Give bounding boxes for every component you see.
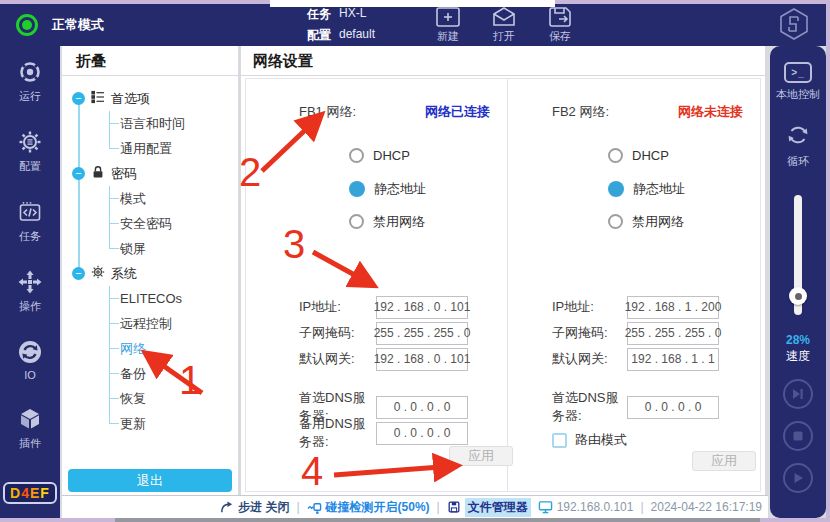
slider-handle[interactable] [789,287,807,305]
nav-item-operate[interactable]: 操作 [18,270,42,314]
fb2-apply-button[interactable]: 应用 [692,451,756,471]
secondary-dns-label: 备用DNS服务器: [299,415,376,451]
tree-group-system[interactable]: − 系统 [62,261,238,286]
ip-address-label: IP地址: [552,298,627,316]
tree-item-remote-control[interactable]: 远程控制 [62,311,238,336]
fb2-gateway-input[interactable]: 192 . 168 . 1 . 1 [627,348,719,371]
route-mode-label: 路由模式 [575,431,627,449]
step-status[interactable]: 步进 关闭 [219,499,289,516]
collapse-minus-icon[interactable]: − [72,92,85,105]
fb1-secondary-dns-input[interactable]: 0 . 0 . 0 . 0 [376,422,468,445]
nav-item-task[interactable]: 任务 [18,200,42,244]
nav-item-config[interactable]: 配置 [18,130,42,174]
loop-icon [785,122,811,150]
skip-icon [791,387,805,401]
config-label: 配置 [307,27,331,44]
tree-item-elitecos[interactable]: ELITECOs [62,286,238,311]
radio-icon[interactable] [349,148,364,163]
tree-item-update[interactable]: 更新 [62,411,238,436]
radio-label: DHCP [632,148,669,163]
nav-item-io[interactable]: IO [18,340,42,381]
fb2-radio-dhcp[interactable]: DHCP [608,139,760,172]
tree-group-label: 密码 [111,165,137,183]
controller-ip: 192.168.0.101 [557,500,634,514]
new-file-icon [435,6,461,28]
fb1-radio-static[interactable]: 静态地址 [349,172,507,205]
nav-item-plugin[interactable]: 插件 [18,407,42,451]
tree-collapse-header[interactable]: 折叠 [62,46,238,76]
radio-label: 静态地址 [374,180,426,198]
file-manager-icon [447,500,461,514]
save-button[interactable]: 保存 [547,6,573,44]
local-control-label: 本地控制 [776,87,820,102]
fb2-subnet-mask-input[interactable]: 255 . 255 . 255 . 0 [627,322,719,345]
ip-address-label: IP地址: [299,298,376,316]
file-manager-label[interactable]: 文件管理器 [465,498,531,517]
network-settings-panel: 网络设置 FB1 网络: 网络已连接 DHCP [241,46,765,495]
radio-selected-icon[interactable] [608,181,624,197]
file-manager-item[interactable]: 文件管理器 [447,498,531,517]
tree-group-password[interactable]: − 密码 [62,161,238,186]
fb1-radio-dhcp[interactable]: DHCP [349,139,507,172]
system-gear-icon [91,265,105,282]
fb2-ip-address-input[interactable]: 192 . 168 . 1 . 200 [627,296,719,319]
subnet-mask-label: 子网掩码: [299,324,376,342]
stop-icon [792,430,804,442]
collapse-minus-icon[interactable]: − [72,167,85,180]
fb1-ip-address-input[interactable]: 192 . 168 . 0 . 101 [376,296,468,319]
nav-label-plugin: 插件 [19,436,41,451]
fb1-fields: IP地址: 192 . 168 . 0 . 101 子网掩码: 255 . 25… [299,294,507,446]
tree-item-general-config[interactable]: 通用配置 [62,136,238,161]
mode-indicator-block: 正常模式 [16,14,104,36]
task-label: 任务 [307,6,331,23]
fb2-radio-static[interactable]: 静态地址 [608,172,760,205]
move-arrows-icon [18,270,42,296]
network-address-item: 192.168.0.101 [538,500,634,514]
tree-item-restore[interactable]: 恢复 [62,386,238,411]
checkbox-unchecked-icon[interactable] [552,433,567,448]
radio-label: 禁用网络 [373,213,425,231]
status-badge: D4EF [3,482,57,504]
gateway-label: 默认网关: [299,350,376,368]
fb2-radio-disable[interactable]: 禁用网络 [608,205,760,238]
radio-selected-icon[interactable] [349,181,365,197]
gear-icon [18,130,42,156]
fb2-primary-dns-input[interactable]: 0 . 0 . 0 . 0 [627,396,719,419]
fb2-route-mode-checkbox-row[interactable]: 路由模式 [552,429,760,451]
tree-group-preferences[interactable]: − 首选项 [62,86,238,111]
fb1-primary-dns-input[interactable]: 0 . 0 . 0 . 0 [376,396,468,419]
new-button[interactable]: 新建 [435,6,461,44]
play-button[interactable] [783,463,813,493]
task-config-block: 任务 HX-L 配置 default [307,6,375,44]
collision-icon [307,500,322,515]
tree-item-backup[interactable]: 备份 [62,361,238,386]
fb1-radio-group: DHCP 静态地址 禁用网络 [299,139,507,238]
exit-button[interactable]: 退出 [68,469,232,492]
collapse-minus-icon[interactable]: − [72,267,85,280]
tree-item-mode[interactable]: 模式 [62,186,238,211]
settings-tree-panel: 折叠 − 首选项 [62,46,238,495]
fb1-subnet-mask-input[interactable]: 255 . 255 . 255 . 0 [376,322,468,345]
fb1-radio-disable[interactable]: 禁用网络 [349,205,507,238]
collision-status[interactable]: 碰撞检测开启(50%) [307,499,430,516]
speed-slider[interactable] [770,195,826,327]
radio-icon[interactable] [608,214,623,229]
page-title: 网络设置 [241,46,765,76]
io-cycle-icon [18,340,42,366]
tree-item-network[interactable]: 网络 [62,336,238,361]
tree-item-language-time[interactable]: 语言和时间 [62,111,238,136]
fb1-gateway-input[interactable]: 192 . 168 . 0 . 101 [376,348,468,371]
radio-icon[interactable] [608,148,623,163]
stop-button[interactable] [783,421,813,451]
tree-item-lock-screen[interactable]: 锁屏 [62,236,238,261]
fb1-apply-button[interactable]: 应用 [449,446,513,466]
terminal-icon: >_ [784,62,812,83]
local-control-item[interactable]: >_ 本地控制 [776,62,820,102]
tree-item-safety-password[interactable]: 安全密码 [62,211,238,236]
loop-item[interactable]: 循环 [785,122,811,169]
fb1-network-label: FB1 网络: [299,103,377,121]
nav-item-run[interactable]: 运行 [18,60,42,104]
step-forward-button[interactable] [783,379,813,409]
open-button[interactable]: 打开 [491,6,517,44]
radio-icon[interactable] [349,214,364,229]
